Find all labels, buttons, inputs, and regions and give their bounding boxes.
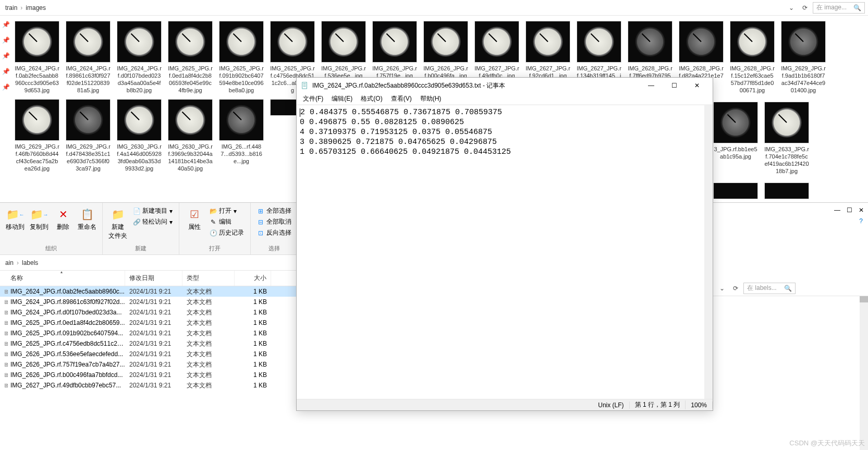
chevron-down-icon[interactable]: ⌄	[786, 2, 797, 14]
thumbnail-image	[713, 102, 758, 143]
thumbnail-item[interactable]: IMG_2629_JPG.rf.9ad1b1b6180f7ac34d747e44…	[781, 21, 826, 94]
thumbnail-image	[168, 21, 213, 63]
thumbnail-item[interactable]: IMG_2624_JPG.rf.0ab2fec5aabb8960ccc3d905…	[15, 21, 59, 94]
scrollbar[interactable]	[860, 296, 868, 450]
thumbnail-item[interactable]: IMG_2625_JPG.rf.0ed1a8f4dc2b806593fe045e…	[168, 21, 213, 94]
thumbnail-item[interactable]: 3_JPG.rf.bb1ee5ab1c95a.jpg	[713, 102, 758, 160]
new-item-button[interactable]: 📄新建项目 ▾	[132, 206, 174, 216]
scrollbar[interactable]	[704, 105, 713, 399]
menu-help[interactable]: 帮助(H)	[416, 93, 446, 104]
file-row[interactable]: 🗎IMG_2626_JPG.rf.b00c496faa7bbfdcd...202…	[0, 370, 297, 380]
breadcrumb-root[interactable]: train	[3, 3, 19, 13]
thumbnail-item[interactable]: IMG_2628_JPG.rf.15c12ef63cae557bd77f85d1…	[730, 21, 775, 94]
refresh-icon[interactable]: ⟳	[799, 2, 811, 14]
thumbnail-item[interactable]: IMG_2625_JPG.rf.091b902bc6407594e8be10ce…	[219, 21, 264, 94]
menu-view[interactable]: 查看(V)	[387, 93, 416, 104]
file-row[interactable]: 🗎IMG_2624_JPG.rf.89861c63f0f927f02d...20…	[0, 297, 297, 307]
file-name: IMG_2624_JPG.rf.0ab2fec5aabb8960c...	[9, 288, 125, 295]
thumbnail-item[interactable]: IMG_2630_JPG.rf.4a1446d0059283fd0eab60a3…	[117, 99, 162, 172]
file-date: 2024/1/31 9:21	[125, 309, 182, 316]
thumbnail-item[interactable]: IMG_2633_JPG.rf.704e1c788fe5cef419ac6b12…	[764, 102, 809, 175]
select-all-button[interactable]: ⊞全部选择	[256, 206, 292, 216]
titlebar[interactable]: IMG_2624_JPG.rf.0ab2fec5aabb8960ccc3d905…	[297, 78, 713, 93]
menu-format[interactable]: 格式(O)	[357, 93, 386, 104]
thumbnail-item[interactable]	[713, 183, 758, 199]
close-button[interactable]: ✕	[686, 78, 708, 93]
file-date: 2024/1/31 9:21	[125, 382, 182, 389]
rename-button[interactable]: 📋重命名	[76, 205, 98, 234]
ribbon: 📁←移动到 📁→复制到 ✕删除 📋重命名 组织 📁新建 文件夹 📄新建项目 ▾ …	[0, 203, 297, 255]
thumbnail-item[interactable]: IMG_2624_JPG.rf.d0f107bded023d3a45aa00a5…	[117, 21, 162, 94]
help-icon[interactable]: ?	[859, 217, 863, 229]
ribbon-group-label: 新建	[107, 244, 175, 252]
file-row[interactable]: 🗎IMG_2625_JPG.rf.0ed1a8f4dc2b80659...202…	[0, 318, 297, 328]
column-size[interactable]: 大小	[235, 271, 271, 286]
history-button[interactable]: 🕐历史记录	[209, 228, 245, 238]
menu-edit[interactable]: 编辑(E)	[327, 93, 357, 104]
thumbnail-item[interactable]: IMG_2630_JPG.rf.3969c9b32044a14181bc414b…	[168, 99, 213, 172]
pin-icon[interactable]: 📌	[2, 21, 10, 28]
breadcrumb-folder[interactable]: images	[23, 3, 48, 13]
thumbnail-item[interactable]: IMG_2629_JPG.rf.46fb7660b8d44cf43c6eac75…	[15, 99, 59, 172]
thumbnail-image	[679, 21, 724, 63]
maximize-button[interactable]: ☐	[663, 78, 686, 93]
properties-button[interactable]: ☑属性	[184, 205, 205, 234]
new-folder-button[interactable]: 📁新建 文件夹	[107, 205, 129, 242]
pin-icon[interactable]: 📌	[2, 68, 10, 75]
statusbar: Unix (LF) 第 1 行，第 1 列 100%	[297, 399, 713, 410]
column-name[interactable]: 名称▴	[0, 271, 125, 286]
copy-to-button[interactable]: 📁→复制到	[28, 205, 50, 234]
easy-access-button[interactable]: 🔗轻松访问 ▾	[132, 217, 174, 227]
breadcrumb-bar: ain › labels	[0, 255, 297, 271]
move-to-button[interactable]: 📁←移动到	[4, 205, 26, 234]
scrollbar-thumb[interactable]	[860, 296, 868, 302]
file-name: IMG_2627_JPG.rf.49dfb0cbb97ebc57...	[9, 382, 125, 389]
history-icon: 🕐	[210, 229, 217, 237]
thumbnail-item[interactable]: IMG_26...rf.4487...d5393...b816e...jpg	[219, 99, 264, 172]
thumbnail-image	[372, 21, 417, 63]
column-date[interactable]: 修改日期	[125, 271, 182, 286]
invert-select-button[interactable]: ⊡反向选择	[256, 228, 292, 238]
text-area[interactable]: 2 0.484375 0.55546875 0.73671875 0.70859…	[297, 105, 713, 399]
thumbnail-label: IMG_2629_JPG.rf.46fb7660b8d44cf43c6eac75…	[15, 143, 59, 172]
minimize-icon[interactable]: —	[834, 206, 840, 214]
pin-icon[interactable]: 📌	[2, 83, 10, 91]
thumbnail-item[interactable]: IMG_2624_JPG.rf.89861c63f0f927f02de15122…	[66, 21, 111, 94]
edit-button[interactable]: ✎编辑	[209, 217, 245, 227]
file-name: IMG_2625_JPG.rf.091b902bc6407594...	[9, 330, 125, 337]
column-type[interactable]: 类型	[182, 271, 235, 286]
copy-icon: 📁→	[32, 207, 46, 222]
delete-button[interactable]: ✕删除	[52, 205, 74, 234]
file-row[interactable]: 🗎IMG_2624_JPG.rf.d0f107bded023d3a...2024…	[0, 307, 297, 318]
file-size: 1 KB	[235, 340, 271, 347]
file-name: IMG_2625_JPG.rf.0ed1a8f4dc2b80659...	[9, 319, 125, 326]
file-name: IMG_2624_JPG.rf.89861c63f0f927f02d...	[9, 298, 125, 306]
thumbnail-item[interactable]	[764, 183, 809, 199]
file-date: 2024/1/31 9:21	[125, 350, 182, 358]
file-row[interactable]: 🗎IMG_2624_JPG.rf.0ab2fec5aabb8960c...202…	[0, 286, 297, 297]
file-row[interactable]: 🗎IMG_2625_JPG.rf.091b902bc6407594...2024…	[0, 328, 297, 338]
thumbnail-label: IMG_2633_JPG.rf.704e1c788fe5cef419ac6b12…	[764, 145, 809, 175]
maximize-icon[interactable]: ☐	[847, 206, 852, 214]
chevron-down-icon[interactable]: ⌄	[716, 283, 728, 294]
close-icon[interactable]: ✕	[859, 206, 864, 214]
file-row[interactable]: 🗎IMG_2626_JPG.rf.757f19ea7cb7a4b27...202…	[0, 359, 297, 370]
open-button[interactable]: 📂打开 ▾	[209, 206, 245, 216]
minimize-button[interactable]: —	[640, 78, 663, 93]
edit-icon: ✎	[210, 218, 217, 226]
search-input[interactable]: 在 labels... 🔍	[743, 283, 796, 294]
breadcrumb-folder[interactable]: labels	[20, 258, 40, 267]
select-none-button[interactable]: ⊟全部取消	[256, 217, 292, 227]
menu-file[interactable]: 文件(F)	[299, 93, 327, 104]
file-row[interactable]: 🗎IMG_2625_JPG.rf.c4756edb8dc511c2c...202…	[0, 338, 297, 349]
refresh-icon[interactable]: ⟳	[730, 283, 741, 294]
search-input[interactable]: 在 image... 🔍	[813, 2, 865, 14]
pin-icon[interactable]: 📌	[2, 37, 10, 44]
pin-icon[interactable]: 📌	[2, 52, 10, 59]
breadcrumb-root[interactable]: ain	[3, 258, 16, 267]
file-row[interactable]: 🗎IMG_2627_JPG.rf.49dfb0cbb97ebc57...2024…	[0, 380, 297, 391]
thumbnail-item[interactable]: IMG_2629_JPG.rf.d478438e351c1e6903d7c536…	[66, 99, 111, 172]
file-type: 文本文档	[182, 371, 235, 380]
file-row[interactable]: 🗎IMG_2626_JPG.rf.536ee5efaecdefedd...202…	[0, 349, 297, 359]
thumbnail-image	[66, 99, 111, 141]
